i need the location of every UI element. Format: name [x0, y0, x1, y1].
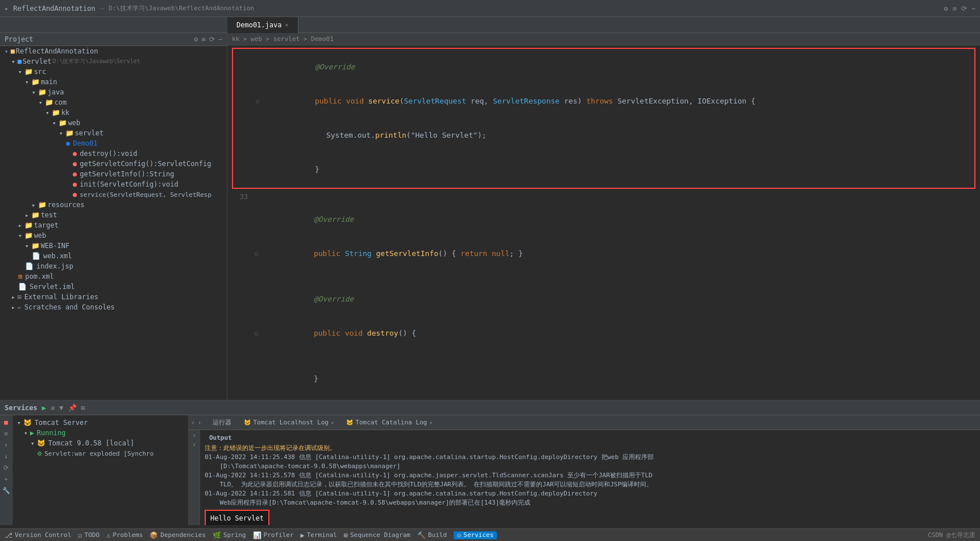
tree-item-demo01[interactable]: ● Demo01: [0, 138, 227, 148]
tree-item-webxml[interactable]: 📄 web.xml: [0, 251, 227, 261]
list-icon[interactable]: ≡: [953, 5, 957, 13]
expand2-icon[interactable]: ⊞: [81, 404, 85, 412]
status-terminal[interactable]: ▶ Terminal: [301, 531, 337, 539]
output-area[interactable]: Output 注意：此错误的近一步出现将记录在调试级别。 01-Aug-2022…: [200, 430, 980, 525]
tree-item-scratches[interactable]: ▸ ✏ Scratches and Consoles: [0, 302, 227, 312]
line-content: @Override: [261, 50, 970, 84]
tree-item-tomcat-server[interactable]: ▾ 🐱 Tomcat Server: [13, 418, 188, 428]
tree-item-web[interactable]: ▾ 📁 web: [0, 118, 227, 128]
editor-area[interactable]: @Override ○ public void service(ServletR…: [227, 46, 980, 400]
status-sequence[interactable]: ⊞ Sequence Diagram: [344, 531, 410, 539]
service-icon3[interactable]: ↑: [4, 440, 8, 450]
folder-icon: 📁: [38, 88, 47, 96]
tree-item-web-dir[interactable]: ▾ 📁 web: [0, 230, 227, 241]
service-icon2[interactable]: ≡: [4, 429, 8, 439]
status-build[interactable]: 🔨 Build: [417, 531, 447, 539]
filter2-icon[interactable]: ▼: [59, 404, 63, 412]
tree-root: ▾ ■ ReflectAndAnnotation ▾ ■ Servlet D:\…: [0, 46, 227, 312]
tree-item-destroy[interactable]: ● destroy():void: [0, 148, 227, 159]
tab-label: 运行器: [213, 418, 231, 427]
minus-icon[interactable]: −: [218, 35, 222, 43]
fold-icon: ○: [252, 248, 260, 259]
tree-item-java[interactable]: ▾ 📁 java: [0, 87, 227, 97]
project-path-separator: —: [100, 5, 104, 13]
status-bar: ⎇ Version Control ☑ TODO ⚠ Problems 📦 De…: [0, 528, 980, 541]
tree-item-com[interactable]: ▾ 📁 com: [0, 97, 227, 108]
services-content: ‹ › 运行器 🐱 Tomcat Localhost Log ✕ 🐱 Tomca…: [189, 415, 980, 525]
tab-tomcat-localhost[interactable]: 🐱 Tomcat Localhost Log ✕: [238, 417, 339, 428]
tree-item-pomxml[interactable]: m pom.xml: [0, 271, 227, 282]
code-highlight-box: @Override ○ public void service(ServletR…: [232, 48, 975, 189]
run-icon[interactable]: ▶: [42, 404, 46, 412]
tree-item-getservletinfo[interactable]: ● getServletInfo():String: [0, 169, 227, 179]
tree-item-indexjsp[interactable]: 📄 index.jsp: [0, 261, 227, 271]
tree-item-tomcat-version[interactable]: ▾ 🐱 Tomcat 9.0.58 [local]: [13, 438, 188, 448]
folder-icon: 📁: [24, 68, 33, 76]
settings-icon[interactable]: ⚙: [944, 5, 948, 13]
prev-tab-btn[interactable]: ‹: [191, 419, 195, 427]
tree-item-running[interactable]: ▾ ▶ Running: [13, 428, 188, 438]
run-service-icon[interactable]: ■: [4, 418, 8, 427]
panel-header: Project ⚙ ≡ ⟳ −: [0, 33, 227, 46]
code-line: }: [232, 396, 975, 400]
tree-item-servlet[interactable]: ▾ ■ Servlet D:\技术学习\Javaweb\Servlet: [0, 56, 227, 67]
tab-close2[interactable]: ✕: [429, 420, 432, 426]
tree-item-reflectandannotation[interactable]: ▾ ■ ReflectAndAnnotation: [0, 46, 227, 56]
tree-item-test[interactable]: ▸ 📁 test: [0, 210, 227, 220]
tree-item-resources[interactable]: ▸ 📁 resources: [0, 200, 227, 210]
tree-label: getServletConfig():ServletConfig: [80, 160, 211, 168]
tree-item-servletiml[interactable]: 📄 Servlet.iml: [0, 282, 227, 292]
tree-item-target[interactable]: ▸ 📁 target: [0, 220, 227, 230]
tree-item-external-libs[interactable]: ▸ ⊞ External Libraries: [0, 292, 227, 302]
refresh-icon[interactable]: ⟳: [209, 35, 215, 43]
tree-label: destroy():void: [80, 150, 137, 158]
hello-line-2: Hello Servlet: [210, 523, 264, 525]
service-icon6[interactable]: +: [4, 474, 8, 484]
tab-runner[interactable]: 运行器: [207, 416, 237, 428]
sync-icon[interactable]: ⟳: [961, 5, 967, 13]
service-icon5[interactable]: ⟳: [3, 463, 9, 473]
service-icon4[interactable]: ↓: [4, 452, 8, 461]
git-icon: ⎇: [5, 531, 13, 539]
minimize-icon[interactable]: −: [971, 5, 975, 13]
status-spring[interactable]: 🌿 Spring: [213, 531, 246, 539]
tree-item-servlet-pkg[interactable]: ▾ 📁 servlet: [0, 128, 227, 138]
status-services[interactable]: ⚙ Services: [454, 531, 497, 539]
pin-icon[interactable]: 📌: [68, 404, 77, 412]
status-version-control[interactable]: ⎇ Version Control: [5, 531, 71, 539]
status-profiler[interactable]: 📊 Profiler: [253, 531, 294, 539]
tree-item-kk[interactable]: ▾ 📁 kk: [0, 108, 227, 118]
tab-close[interactable]: ✕: [331, 420, 334, 426]
code-block-2: 33 @Override ○ public String getServletI…: [227, 191, 980, 400]
tree-item-getservletconfig[interactable]: ● getServletConfig():ServletConfig: [0, 159, 227, 169]
tree-item-service[interactable]: ● service(ServletRequest, ServletResp: [0, 189, 227, 200]
code-line: @Override: [233, 50, 974, 84]
tree-label: com: [55, 98, 67, 106]
tab-close-icon[interactable]: ✕: [285, 22, 288, 28]
tree-item-main[interactable]: ▾ 📁 main: [0, 77, 227, 87]
tree-path: D:\技术学习\Javaweb\Servlet: [52, 57, 140, 65]
services-status-icon: ⚙: [457, 531, 461, 539]
output-icon2[interactable]: ↓: [192, 441, 196, 447]
output-line-4: TLD。 为此记录器启用调试日志记录，以获取已扫描但未在其中找到TLD的完整JA…: [205, 480, 975, 489]
service-icon7[interactable]: 🔧: [2, 486, 10, 495]
terminal-icon: ▶: [301, 531, 305, 539]
tree-item-webinf[interactable]: ▾ 📁 WEB-INF: [0, 241, 227, 251]
filter-icon[interactable]: ≡: [202, 35, 206, 43]
status-todo[interactable]: ☑ TODO: [78, 531, 99, 539]
tree-item-init[interactable]: ● init(ServletConfig):void: [0, 179, 227, 189]
code-line: }: [232, 362, 975, 396]
next-tab-btn[interactable]: ›: [197, 419, 201, 427]
editor-tab-demo01[interactable]: Demo01.java ✕: [227, 17, 298, 33]
status-problems[interactable]: ⚠ Problems: [106, 531, 143, 539]
gear-icon[interactable]: ⚙: [194, 35, 198, 43]
list2-icon[interactable]: ≡: [51, 404, 55, 412]
output-icon1[interactable]: ↑: [192, 432, 196, 439]
line-content: }: [261, 152, 970, 187]
tab-tomcat-catalina[interactable]: 🐱 Tomcat Catalina Log ✕: [340, 417, 438, 428]
tree-item-src[interactable]: ▾ 📁 src: [0, 67, 227, 77]
tree-item-servlet-war[interactable]: ⚙ Servlet:war exploded [Synchro: [13, 448, 188, 459]
services-body: ■ ≡ ↑ ↓ ⟳ + 🔧 ▾ 🐱 Tomcat Server ▾ ▶ Runn…: [0, 415, 980, 525]
tree-label: main: [41, 78, 57, 86]
status-dependencies[interactable]: 📦 Dependencies: [150, 531, 205, 539]
